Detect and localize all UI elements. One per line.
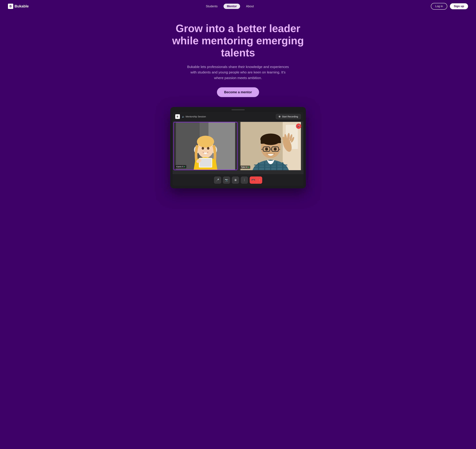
nav-link-students[interactable]: Students (206, 5, 218, 8)
video-icon: 📷 (225, 178, 228, 182)
toggle-mute-button[interactable]: 🎤 (214, 176, 221, 184)
end-call-button[interactable]: 📞 (250, 176, 257, 184)
hero-subtext: Bukable lets professionals share their k… (187, 64, 289, 81)
screen-icon: 🖥 (234, 179, 237, 182)
tyler-video (238, 122, 303, 170)
video-cell-karen: Karen A (173, 122, 238, 170)
video-grid: Karen A (173, 121, 304, 174)
mute-icon: 🎤 (216, 178, 219, 182)
end-call-more-button[interactable]: ⋮ (257, 176, 262, 184)
logo[interactable]: B Bukable (8, 4, 29, 9)
nav-link-about[interactable]: About (246, 5, 254, 8)
tablet-bar (173, 109, 304, 110)
record-dot (279, 116, 281, 118)
nav-links: Students Mentor About (206, 5, 254, 8)
svg-point-8 (202, 147, 204, 149)
video-app: B 🔉 Mentorship Session Start Recording (173, 112, 304, 186)
session-info: 🔉 Mentorship Session (182, 115, 206, 118)
svg-point-20 (265, 148, 268, 150)
nav-item-students[interactable]: Students (206, 5, 218, 8)
nav-item-mentor[interactable]: Mentor (224, 5, 240, 8)
svg-rect-11 (199, 159, 211, 167)
video-topbar: B 🔉 Mentorship Session Start Recording (173, 112, 304, 121)
record-label: Start Recording (282, 115, 298, 118)
logo-icon: B (8, 4, 13, 9)
nav-item-about[interactable]: About (246, 5, 254, 8)
video-section: B 🔉 Mentorship Session Start Recording (0, 105, 476, 198)
hero-headline: Grow into a better leader while mentorin… (164, 23, 312, 59)
app-logo-letter: B (176, 115, 178, 118)
muted-icon: 🎤 (297, 125, 300, 127)
signup-button[interactable]: Sign up (450, 3, 468, 9)
control-bar: 🎤 📷 🖥 ⋮ 📞 ⋮ (173, 174, 304, 186)
more-icon: ⋮ (243, 178, 246, 182)
become-mentor-button[interactable]: Become a mentor (217, 87, 259, 97)
app-logo: B (175, 114, 180, 119)
end-icon: 📞 (251, 178, 256, 182)
hero-section: Grow into a better leader while mentorin… (0, 12, 476, 105)
karen-name: Karen A (176, 165, 183, 168)
mute-badge-tyler: 🎤 (296, 124, 301, 129)
participant-label-tyler: Tyler H (240, 165, 250, 169)
tyler-status-dot (248, 167, 249, 168)
navbar: B Bukable Students Mentor About Log in S… (0, 0, 476, 12)
karen-video (174, 122, 237, 170)
screenshare-button[interactable]: 🖥 (232, 176, 239, 184)
login-button[interactable]: Log in (431, 3, 447, 10)
session-label: Mentorship Session (186, 115, 206, 118)
tyler-name: Tyler H (241, 166, 247, 168)
volume-icon: 🔉 (182, 115, 185, 118)
topbar-left: B 🔉 Mentorship Session (175, 114, 206, 119)
nav-link-mentor[interactable]: Mentor (224, 4, 240, 9)
end-more-icon: ⋮ (258, 179, 261, 182)
toggle-video-button[interactable]: 📷 (223, 176, 230, 184)
more-options-button[interactable]: ⋮ (241, 176, 248, 184)
participant-label-karen: Karen A (175, 165, 187, 168)
start-recording-button[interactable]: Start Recording (276, 114, 301, 119)
tablet-notch (232, 109, 245, 110)
svg-point-9 (207, 147, 209, 149)
nav-actions: Log in Sign up (431, 3, 468, 10)
svg-point-7 (197, 136, 214, 148)
svg-point-21 (274, 148, 277, 150)
video-cell-tyler: 🎤 Tyler H (238, 122, 303, 170)
brand-name: Bukable (15, 4, 29, 8)
tablet-frame: B 🔉 Mentorship Session Start Recording (170, 107, 306, 188)
karen-status-dot (184, 166, 185, 167)
logo-letter: B (10, 5, 12, 8)
end-call-group: 📞 ⋮ (250, 176, 262, 184)
